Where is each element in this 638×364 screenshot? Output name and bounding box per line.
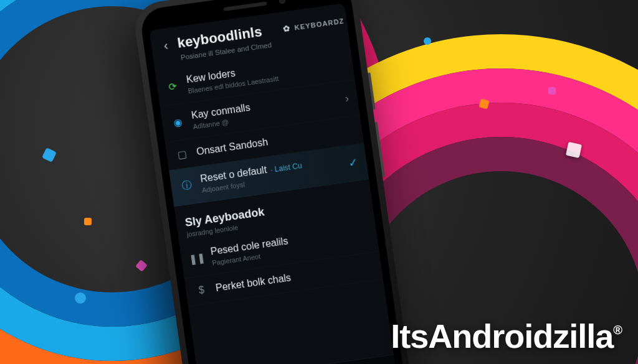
confetti [530, 50, 536, 56]
info-icon: ⓘ [179, 179, 195, 194]
confetti [548, 87, 556, 95]
phone-speaker [224, 1, 267, 11]
refresh-icon: ⟳ [165, 79, 181, 95]
brand-watermark: ItsAndroidzilla® [391, 317, 622, 355]
dollar-icon: $ [194, 282, 209, 298]
pause-icon: ❚❚ [189, 251, 205, 266]
brand-text: ItsAndroidzilla [391, 317, 613, 355]
chevron-right-icon: › [344, 92, 350, 106]
back-button[interactable]: ‹ [158, 38, 174, 52]
phone-front-camera [279, 0, 285, 4]
camera-icon: ◉ [170, 114, 186, 130]
confetti [75, 292, 86, 304]
confetti [424, 37, 431, 45]
phone-screen: ✿ KEYBOARDZ ‹ keyboodlinls Posiane ill S… [150, 3, 398, 364]
gear-icon: ✿ [283, 23, 292, 34]
settings-list: ⟳ Kew loders Blaenes edl biddos Laestras… [155, 44, 394, 364]
check-icon: ✓ [348, 156, 359, 170]
brand-reg: ® [613, 323, 622, 337]
confetti [84, 218, 92, 225]
square-icon: ▢ [174, 147, 190, 162]
confetti [566, 142, 582, 158]
